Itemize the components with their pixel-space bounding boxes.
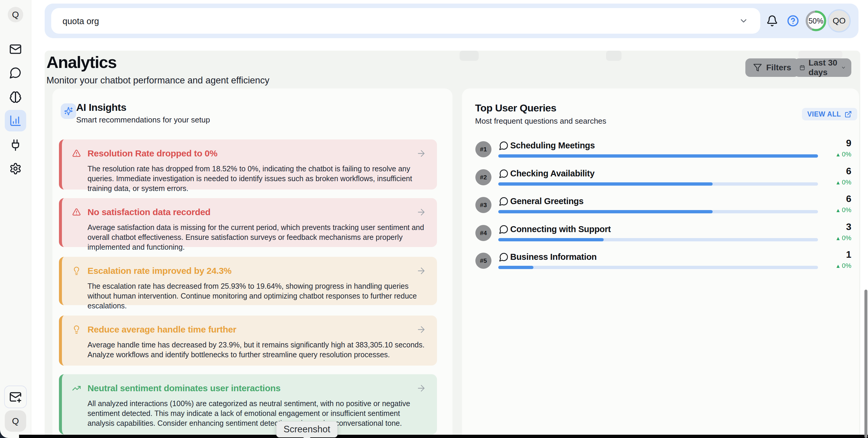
mail-plus-icon (9, 390, 22, 403)
calendar-icon (800, 63, 805, 72)
date-range-button[interactable]: Last 30 days (794, 58, 851, 77)
chat-icon (9, 66, 22, 79)
lightbulb-icon (72, 266, 81, 275)
trending-up-icon (72, 384, 81, 393)
query-row[interactable]: #3 General Greetings 6 0% (462, 196, 859, 218)
bottom-edge-bar (19, 435, 868, 438)
arrow-right-icon (416, 324, 426, 334)
query-bar-fill (498, 154, 818, 157)
help-icon (787, 15, 799, 27)
warning-triangle-icon (72, 208, 81, 216)
chat-bubble-icon (499, 252, 509, 262)
triangle-up-icon (835, 206, 841, 214)
insight-body: All analyzed interactions (100%) are cat… (88, 399, 427, 428)
arrow-right-icon (416, 266, 426, 276)
query-bar-track (498, 182, 818, 186)
insight-body: Average satisfaction data is missing for… (88, 223, 427, 252)
query-label: General Greetings (510, 196, 583, 206)
query-delta: 0% (835, 234, 851, 242)
rank-badge: #4 (475, 225, 491, 241)
query-row[interactable]: #2 Checking Availability 6 0% (462, 168, 859, 191)
sidebar-item-chat[interactable] (9, 66, 22, 79)
sidebar-item-integrations[interactable] (9, 139, 22, 151)
query-bar-fill (498, 210, 713, 213)
query-row[interactable]: #5 Business Information 1 0% (462, 252, 859, 274)
user-avatar[interactable]: QO (828, 9, 851, 32)
scrolled-element-remnant (798, 51, 842, 58)
lightbulb-icon (72, 325, 81, 334)
compose-mail-button[interactable] (4, 385, 27, 408)
insight-title: Reduce average handle time further (88, 324, 236, 334)
chat-bubble-icon (499, 169, 509, 178)
triangle-up-icon (835, 234, 841, 242)
ai-insights-card: AI Insights Smart recommendations for yo… (52, 88, 453, 438)
top-queries-card: Top User Queries Most frequent questions… (462, 88, 859, 438)
notifications-button[interactable] (766, 15, 778, 27)
usage-percent: 50% (804, 9, 828, 32)
avatar-initials: QO (833, 16, 846, 26)
date-range-label: Last 30 days (808, 58, 839, 77)
query-bar-fill (498, 182, 713, 186)
sidebar-item-settings[interactable] (9, 163, 22, 175)
app-logo[interactable]: Q (8, 7, 23, 22)
insight-card[interactable]: No satisfaction data recorded Average sa… (59, 198, 437, 247)
bell-icon (766, 15, 778, 27)
sparkles-icon (64, 107, 73, 116)
query-bar-track (498, 266, 818, 269)
insight-card[interactable]: Reduce average handle time further Avera… (59, 316, 437, 366)
plug-icon (9, 139, 22, 151)
query-delta: 0% (835, 262, 851, 270)
arrow-right-icon (416, 383, 426, 393)
query-count: 3 (835, 222, 851, 232)
screenshot-tooltip-label: Screenshot (284, 424, 331, 435)
analytics-dashboard: Q Q (0, 0, 868, 438)
query-bar-track (498, 154, 818, 157)
query-row[interactable]: #4 Connecting with Support 3 0% (462, 224, 859, 246)
org-switcher-chevron[interactable] (739, 16, 748, 26)
triangle-up-icon (835, 178, 841, 186)
insight-title: Resolution Rate dropped to 0% (88, 148, 217, 158)
top-header-bar: 50% QO (45, 4, 859, 38)
insight-card[interactable]: Neutral sentiment dominates user interac… (59, 374, 437, 434)
view-all-button[interactable]: VIEW ALL (802, 108, 857, 120)
insight-body: Average handle time has decreased by 23.… (88, 340, 427, 360)
chat-bubble-icon (499, 196, 509, 206)
arrow-right-icon (416, 148, 426, 158)
sidebar-item-ai[interactable] (9, 91, 22, 104)
org-search-box[interactable] (51, 8, 760, 34)
query-count: 6 (835, 194, 851, 204)
app-logo-letter: Q (12, 9, 19, 20)
rank-badge: #2 (475, 169, 491, 185)
query-label: Checking Availability (510, 169, 594, 178)
sidebar-avatar-letter: Q (12, 416, 19, 426)
filter-funnel-icon (753, 63, 762, 72)
query-count: 9 (835, 138, 851, 149)
page-title: Analytics (46, 53, 117, 72)
help-button[interactable] (787, 15, 799, 27)
sidebar-user-avatar[interactable]: Q (5, 410, 26, 432)
insight-body: The escalation rate has decreased from 2… (88, 281, 427, 311)
sidebar: Q Q (0, 0, 31, 438)
insight-card[interactable]: Escalation rate improved by 24.3% The es… (59, 257, 437, 305)
query-row[interactable]: #1 Scheduling Meetings 9 0% (462, 140, 859, 163)
sidebar-item-analytics-active[interactable] (5, 110, 26, 132)
rank-badge: #3 (475, 197, 491, 213)
insight-card[interactable]: Resolution Rate dropped to 0% The resolu… (59, 140, 437, 189)
settings-icon (9, 163, 22, 175)
insight-body: The resolution rate has dropped from 18.… (88, 164, 427, 194)
query-label: Connecting with Support (510, 224, 611, 234)
filters-button[interactable]: Filters (745, 58, 799, 77)
mail-icon (9, 43, 22, 55)
scrolled-element-remnant (460, 51, 479, 61)
vertical-scrollbar-thumb[interactable] (864, 290, 867, 438)
search-input[interactable] (62, 8, 733, 34)
query-delta: 0% (835, 150, 851, 158)
insight-title: Neutral sentiment dominates user interac… (88, 383, 280, 393)
query-bar-fill (498, 266, 533, 269)
insight-title: No satisfaction data recorded (88, 207, 211, 217)
query-delta: 0% (835, 206, 851, 214)
usage-progress-ring[interactable]: 50% (804, 9, 828, 32)
sidebar-item-mail[interactable] (9, 43, 22, 55)
rank-badge: #1 (475, 141, 491, 157)
bar-chart-icon (9, 114, 22, 127)
